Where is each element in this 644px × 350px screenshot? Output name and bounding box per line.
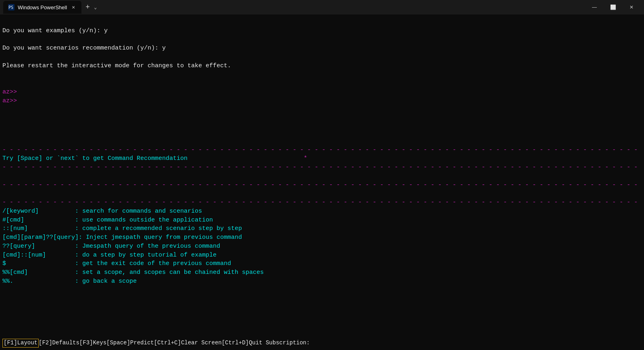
- blank-line-6: [2, 172, 642, 181]
- status-bar: [F1]Layout [F2]Defaults [F3]Keys [Space]…: [2, 337, 642, 350]
- dashes-separator-1: - - - - - - - - - - - - - - - - - - - - …: [2, 146, 642, 155]
- help-line-8: %%. : go back a scope: [2, 277, 642, 286]
- status-space-predict[interactable]: [Space]Predict: [106, 339, 154, 347]
- recommendation-line: Try [Space] or `next` to get Command Rec…: [2, 154, 642, 163]
- prompt-line-1: az>>: [2, 88, 642, 97]
- help-section: /[keyword] : search for commands and sce…: [2, 207, 642, 286]
- status-ctrl-c[interactable]: [Ctrl+C]Clear Screen: [154, 339, 222, 347]
- titlebar-tab[interactable]: PS Windows PowerShell ✕: [3, 1, 81, 14]
- powershell-icon: PS: [8, 4, 15, 10]
- svg-text:PS: PS: [8, 5, 13, 10]
- help-line-6: $ : get the exit code of the previous co…: [2, 259, 642, 268]
- dashes-separator-3: - - - - - - - - - - - - - - - - - - - - …: [2, 181, 642, 190]
- restart-message-line: Please restart the interactive mode for …: [2, 62, 642, 70]
- scenarios-prompt-line: Do you want scenarios recommendation (y/…: [2, 44, 642, 53]
- blank-line-1: [2, 18, 642, 27]
- help-line-4: ??[query] : Jmespath query of the previo…: [2, 242, 642, 251]
- star-symbol: *: [304, 154, 307, 163]
- dashes-separator-4: - - - - - - - - - - - - - - - - - - - - …: [2, 198, 642, 207]
- status-f2-defaults[interactable]: [F2]Defaults: [39, 339, 79, 347]
- help-line-1: #[cmd] : use commands outside the applic…: [2, 216, 642, 225]
- new-tab-button[interactable]: +: [83, 3, 92, 11]
- blank-line-2: [2, 35, 642, 44]
- help-line-2: ::[num] : complete a recommended scenari…: [2, 224, 642, 233]
- titlebar: PS Windows PowerShell ✕ + ⌄ — ⬜ ✕: [0, 0, 644, 14]
- tab-title: Windows PowerShell: [18, 4, 67, 10]
- prompt-line-2: az>>: [2, 97, 642, 106]
- help-line-5: [cmd]::[num] : do a step by step tutoria…: [2, 251, 642, 260]
- tab-close-button[interactable]: ✕: [70, 4, 77, 10]
- window-controls: — ⬜ ✕: [585, 0, 641, 14]
- terminal-window[interactable]: Do you want examples (y/n): y Do you wan…: [0, 14, 644, 350]
- window-close-button[interactable]: ✕: [622, 0, 641, 14]
- terminal-output: Do you want examples (y/n): y Do you wan…: [2, 18, 642, 337]
- status-f1-layout[interactable]: [F1]Layout: [2, 339, 39, 348]
- help-line-3: [cmd][param]??[query]: Inject jmespath q…: [2, 233, 642, 242]
- maximize-button[interactable]: ⬜: [604, 0, 622, 14]
- status-ctrl-d[interactable]: [Ctrl+D]Quit Subscription:: [222, 339, 310, 347]
- examples-prompt-line: Do you want examples (y/n): y: [2, 27, 642, 35]
- blank-line-3: [2, 53, 642, 62]
- tab-dropdown-button[interactable]: ⌄: [92, 4, 98, 10]
- blank-spacer: [2, 106, 642, 146]
- blank-line-4: [2, 70, 642, 79]
- help-line-7: %%[cmd] : set a scope, and scopes can be…: [2, 268, 642, 277]
- status-f3-keys[interactable]: [F3]Keys: [79, 339, 106, 347]
- help-line-0: /[keyword] : search for commands and sce…: [2, 207, 642, 216]
- recommendation-text: Try [Space] or `next` to get Command Rec…: [2, 154, 188, 163]
- dashes-separator-2: - - - - - - - - - - - - - - - - - - - - …: [2, 163, 642, 172]
- blank-line-5: [2, 79, 642, 88]
- blank-line-7: [2, 189, 642, 198]
- minimize-button[interactable]: —: [585, 0, 604, 14]
